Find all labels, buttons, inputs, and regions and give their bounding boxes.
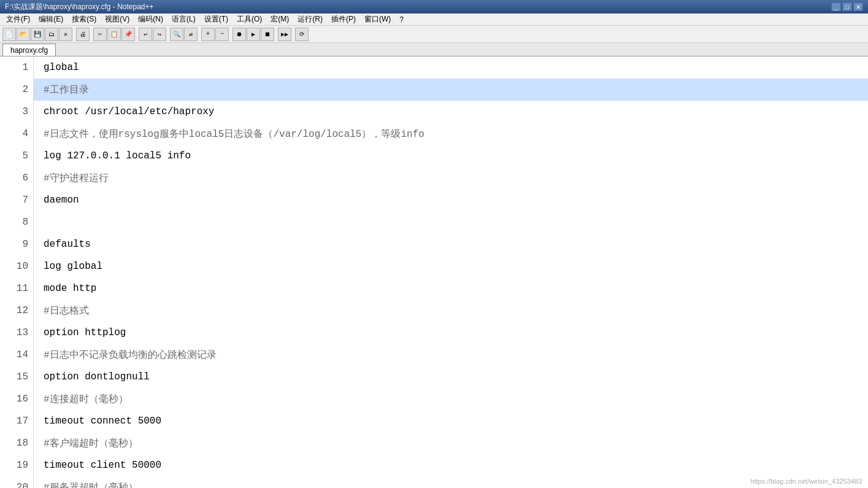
line-number-11: 11 bbox=[0, 277, 33, 300]
line-numbers: 1234567891011121314151617181920 bbox=[0, 56, 34, 488]
line-number-3: 3 bbox=[0, 101, 33, 123]
code-line-17[interactable]: timeout connect 5000 bbox=[34, 410, 868, 432]
code-line-7[interactable]: daemon bbox=[34, 189, 868, 211]
code-line-3[interactable]: chroot /usr/local/etc/haproxy bbox=[34, 101, 868, 123]
line-number-14: 14 bbox=[0, 344, 33, 366]
code-line-8[interactable] bbox=[34, 211, 868, 233]
line-number-2: 2 bbox=[0, 79, 33, 101]
line-number-6: 6 bbox=[0, 167, 33, 189]
code-line-16[interactable]: #连接超时（毫秒） bbox=[34, 388, 868, 410]
run-button[interactable]: ▶▶ bbox=[278, 28, 291, 41]
code-line-20[interactable]: #服务器超时（毫秒） bbox=[34, 476, 868, 488]
code-line-6[interactable]: #守护进程运行 bbox=[34, 167, 868, 189]
print-button[interactable]: 🖨 bbox=[76, 28, 90, 41]
line-number-17: 17 bbox=[0, 410, 33, 432]
title-bar: F:\实战课题\haproxy\haproxy.cfg - Notepad++ … bbox=[0, 0, 868, 14]
line-number-16: 16 bbox=[0, 388, 33, 410]
line-number-7: 7 bbox=[0, 189, 33, 211]
line-number-1: 1 bbox=[0, 56, 33, 79]
replace-button[interactable]: ⇄ bbox=[184, 28, 198, 41]
menu-search[interactable]: 搜索(S) bbox=[68, 14, 100, 25]
code-line-11[interactable]: mode http bbox=[34, 277, 868, 300]
close-button[interactable]: ✕ bbox=[853, 2, 863, 11]
code-line-4[interactable]: #日志文件，使用rsyslog服务中local5日志设备（/var/log/lo… bbox=[34, 123, 868, 145]
window-title: F:\实战课题\haproxy\haproxy.cfg - Notepad++ bbox=[5, 2, 154, 12]
line-number-13: 13 bbox=[0, 322, 33, 344]
macro-record-button[interactable]: ⏺ bbox=[232, 28, 246, 41]
code-line-12[interactable]: #日志格式 bbox=[34, 300, 868, 322]
code-line-15[interactable]: option dontlognull bbox=[34, 366, 868, 388]
menu-run[interactable]: 运行(R) bbox=[294, 14, 326, 25]
editor[interactable]: 1234567891011121314151617181920 global #… bbox=[0, 56, 868, 488]
line-number-18: 18 bbox=[0, 432, 33, 454]
find-button[interactable]: 🔍 bbox=[170, 28, 183, 41]
line-number-10: 10 bbox=[0, 255, 33, 277]
menu-help[interactable]: ? bbox=[396, 14, 407, 25]
sync-button[interactable]: ⟳ bbox=[295, 28, 309, 41]
menu-edit[interactable]: 编辑(E) bbox=[35, 14, 67, 25]
zoom-out-button[interactable]: − bbox=[215, 28, 229, 41]
menu-settings[interactable]: 设置(T) bbox=[201, 14, 232, 25]
menu-encoding[interactable]: 编码(N) bbox=[134, 14, 167, 25]
line-number-8: 8 bbox=[0, 211, 33, 233]
redo-button[interactable]: ↪ bbox=[153, 28, 166, 41]
menu-window[interactable]: 窗口(W) bbox=[361, 14, 394, 25]
paste-button[interactable]: 📌 bbox=[121, 28, 135, 41]
line-number-12: 12 bbox=[0, 300, 33, 322]
menu-tools[interactable]: 工具(O) bbox=[233, 14, 266, 25]
code-line-10[interactable]: log global bbox=[34, 255, 868, 277]
line-number-5: 5 bbox=[0, 145, 33, 167]
code-line-18[interactable]: #客户端超时（毫秒） bbox=[34, 432, 868, 454]
zoom-in-button[interactable]: + bbox=[201, 28, 215, 41]
tab-bar: haproxy.cfg bbox=[0, 43, 868, 56]
line-number-9: 9 bbox=[0, 233, 33, 255]
line-number-15: 15 bbox=[0, 366, 33, 388]
code-line-1[interactable]: global bbox=[34, 56, 868, 79]
code-area[interactable]: global #工作目录 chroot /usr/local/etc/hapro… bbox=[34, 56, 868, 488]
close-button2[interactable]: ✕ bbox=[59, 28, 72, 41]
macro-play-button[interactable]: ▶ bbox=[247, 28, 260, 41]
window-controls[interactable]: _ □ ✕ bbox=[831, 2, 863, 11]
undo-button[interactable]: ↩ bbox=[139, 28, 152, 41]
line-number-20: 20 bbox=[0, 476, 33, 488]
code-line-13[interactable]: option httplog bbox=[34, 322, 868, 344]
line-number-19: 19 bbox=[0, 454, 33, 476]
code-line-5[interactable]: log 127.0.0.1 local5 info bbox=[34, 145, 868, 167]
new-button[interactable]: 📄 bbox=[2, 28, 16, 41]
code-line-2[interactable]: #工作目录 bbox=[34, 79, 868, 101]
code-line-9[interactable]: defaults bbox=[34, 233, 868, 255]
menu-plugins[interactable]: 插件(P) bbox=[328, 14, 359, 25]
menu-file[interactable]: 文件(F) bbox=[2, 14, 34, 25]
copy-button[interactable]: 📋 bbox=[107, 28, 121, 41]
watermark: https://blog.cdn.net/weixin_43253483 bbox=[750, 478, 862, 485]
maximize-button[interactable]: □ bbox=[842, 2, 852, 11]
save-button[interactable]: 💾 bbox=[31, 28, 44, 41]
tab-haproxy-cfg[interactable]: haproxy.cfg bbox=[2, 44, 56, 56]
open-button[interactable]: 📂 bbox=[17, 28, 30, 41]
menu-language[interactable]: 语言(L) bbox=[168, 14, 199, 25]
cut-button[interactable]: ✂ bbox=[93, 28, 107, 41]
macro-stop-button[interactable]: ⏹ bbox=[261, 28, 274, 41]
minimize-button[interactable]: _ bbox=[831, 2, 841, 11]
line-number-4: 4 bbox=[0, 123, 33, 145]
menu-bar: 文件(F) 编辑(E) 搜索(S) 视图(V) 编码(N) 语言(L) 设置(T… bbox=[0, 14, 868, 26]
save-all-button[interactable]: 🗂 bbox=[45, 28, 58, 41]
code-line-14[interactable]: #日志中不记录负载均衡的心跳检测记录 bbox=[34, 344, 868, 366]
menu-macro[interactable]: 宏(M) bbox=[267, 14, 293, 25]
toolbar: 📄 📂 💾 🗂 ✕ 🖨 ✂ 📋 📌 ↩ ↪ 🔍 ⇄ + − ⏺ ▶ ⏹ ▶▶ ⟳ bbox=[0, 26, 868, 43]
code-line-19[interactable]: timeout client 50000 bbox=[34, 454, 868, 476]
menu-view[interactable]: 视图(V) bbox=[101, 14, 133, 25]
